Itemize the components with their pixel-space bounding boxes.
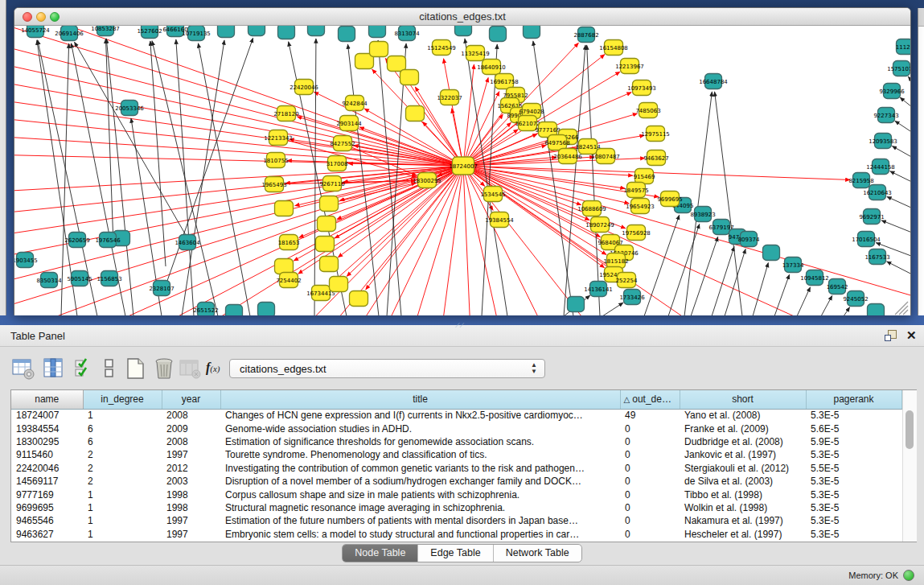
table-cell[interactable]: Genome-wide association studies in ADHD. (220, 422, 620, 435)
table-cell[interactable]: 2009 (162, 422, 220, 435)
table-cell[interactable]: Nakamura et al. (1997) (680, 514, 806, 527)
table-cell[interactable]: Structural magnetic resonance image aver… (220, 501, 620, 514)
table-cell[interactable]: 1997 (162, 514, 220, 527)
column-header-short[interactable]: short (680, 390, 806, 409)
network-node[interactable] (490, 27, 507, 42)
table-cell[interactable]: 22420046 (11, 462, 83, 475)
network-canvas[interactable]: 1405572420691406108532871527602646616010… (14, 26, 910, 315)
table-cell[interactable]: 5.3E-5 (806, 528, 901, 541)
column-header-title[interactable]: title (220, 390, 620, 409)
network-node[interactable] (370, 42, 388, 57)
table-cell[interactable]: Investigating the contribution of common… (220, 462, 620, 475)
tab-edge-table[interactable]: Edge Table (418, 545, 493, 562)
network-node[interactable] (248, 26, 265, 36)
network-node[interactable] (275, 201, 294, 216)
table-cell[interactable]: 5.3E-5 (806, 501, 901, 514)
table-cell[interactable]: 2 (83, 448, 162, 461)
table-cell[interactable]: 6 (83, 422, 162, 435)
table-cell[interactable]: 1998 (162, 488, 220, 501)
network-node[interactable] (318, 216, 336, 232)
select-rows-icon[interactable] (72, 357, 97, 381)
network-node[interactable] (868, 304, 885, 316)
network-node[interactable] (330, 277, 348, 292)
close-icon[interactable]: ✕ (906, 328, 917, 342)
table-mode-icon[interactable] (11, 357, 35, 381)
table-row[interactable]: 977716911998Corpus callosum shape and si… (11, 488, 901, 501)
table-cell[interactable]: Disruption of a novel member of a sodium… (220, 475, 620, 488)
float-window-icon[interactable] (885, 330, 897, 341)
network-node[interactable] (763, 245, 780, 261)
table-cell[interactable]: 1 (83, 501, 162, 514)
network-node[interactable] (278, 26, 295, 39)
table-cell[interactable]: 18300295 (11, 435, 83, 448)
delete-column-icon[interactable] (153, 357, 177, 381)
table-cell[interactable]: 6 (83, 435, 162, 448)
table-cell[interactable]: Yano et al. (2008) (680, 409, 806, 422)
column-header-pagerank[interactable]: pagerank (806, 390, 901, 409)
table-cell[interactable]: Changes of HCN gene expression and I(f) … (220, 409, 620, 422)
network-node[interactable] (568, 297, 585, 312)
table-cell[interactable]: 9777169 (11, 488, 83, 501)
network-node[interactable] (308, 26, 325, 36)
table-cell[interactable]: Dudbridge et al. (2008) (680, 435, 806, 448)
table-cell[interactable]: Estimation of significance thresholds fo… (220, 435, 620, 448)
table-row[interactable]: 1456911722003Disruption of a novel membe… (11, 475, 901, 488)
table-cell[interactable]: 5.3E-5 (806, 514, 901, 527)
table-cell[interactable]: 9115460 (11, 448, 83, 461)
network-node[interactable] (369, 26, 386, 38)
table-row[interactable]: 946554611997Estimation of the future num… (11, 514, 901, 527)
network-node[interactable] (320, 196, 339, 212)
table-cell[interactable]: Tibbo et al. (1998) (680, 488, 806, 501)
table-cell[interactable]: 1 (83, 409, 162, 422)
table-cell[interactable]: 0 (620, 528, 680, 541)
table-cell[interactable]: 2 (83, 475, 162, 488)
table-row[interactable]: 1830029562008Estimation of significance … (11, 435, 901, 448)
table-cell[interactable]: 5.3E-5 (806, 448, 901, 461)
table-cell[interactable]: 9699695 (11, 501, 83, 514)
memory-status-indicator[interactable] (903, 570, 914, 581)
table-cell[interactable]: 2 (83, 462, 162, 475)
column-header-name[interactable]: name (11, 390, 83, 409)
row-options-icon[interactable] (98, 357, 122, 381)
table-cell[interactable]: 2008 (162, 435, 220, 448)
tab-network-table[interactable]: Network Table (494, 545, 581, 562)
network-window-titlebar[interactable]: citations_edges.txt (14, 8, 910, 26)
tab-node-table[interactable]: Node Table (343, 545, 418, 562)
table-row[interactable]: 1938455462009Genome-wide association stu… (11, 422, 901, 435)
network-node[interactable] (455, 26, 472, 36)
table-cell[interactable]: 0 (620, 462, 680, 475)
table-cell[interactable]: 5.6E-5 (806, 422, 901, 435)
table-cell[interactable]: Tourette syndrome. Phenomenology and cla… (220, 448, 620, 461)
table-cell[interactable]: 1 (83, 528, 162, 541)
table-selector-dropdown[interactable]: citations_edges.txt ▲▼ (229, 359, 545, 378)
table-cell[interactable]: Jankovic et al. (1997) (680, 448, 806, 461)
network-node[interactable] (226, 305, 243, 316)
table-cell[interactable]: 19384554 (11, 422, 83, 435)
table-cell[interactable]: 1997 (162, 448, 220, 461)
network-node[interactable] (400, 70, 419, 85)
table-row[interactable]: 2242004622012Investigating the contribut… (11, 462, 901, 475)
vertical-scrollbar[interactable] (902, 390, 917, 542)
splitter-grip[interactable]: ⟋⟋ (455, 323, 466, 328)
table-cell[interactable]: de Silva et al. (2003) (680, 475, 806, 488)
network-node[interactable] (275, 259, 294, 274)
network-node[interactable] (320, 257, 339, 272)
table-cell[interactable]: 0 (620, 448, 680, 461)
table-cell[interactable]: 0 (620, 435, 680, 448)
column-header-out_degree[interactable]: △out_de… (620, 390, 680, 409)
table-cell[interactable]: 18724007 (11, 409, 83, 422)
table-cell[interactable]: 2003 (162, 475, 220, 488)
table-cell[interactable]: 49 (620, 409, 680, 422)
table-cell[interactable]: 5.3E-5 (806, 475, 901, 488)
table-cell[interactable]: 5.3E-5 (806, 409, 901, 422)
table-cell[interactable]: 5.3E-5 (806, 488, 901, 501)
network-node[interactable] (388, 56, 406, 72)
table-cell[interactable]: Hescheler et al. (1997) (680, 528, 806, 541)
table-cell[interactable]: Embryonic stem cells: a model to study s… (220, 528, 620, 541)
table-cell[interactable]: 0 (620, 488, 680, 501)
table-row[interactable]: 946362711997Embryonic stem cells: a mode… (11, 528, 901, 541)
show-columns-icon[interactable] (42, 357, 66, 381)
table-cell[interactable]: 1998 (162, 501, 220, 514)
new-column-icon[interactable] (124, 357, 148, 381)
table-cell[interactable]: 0 (620, 514, 680, 527)
